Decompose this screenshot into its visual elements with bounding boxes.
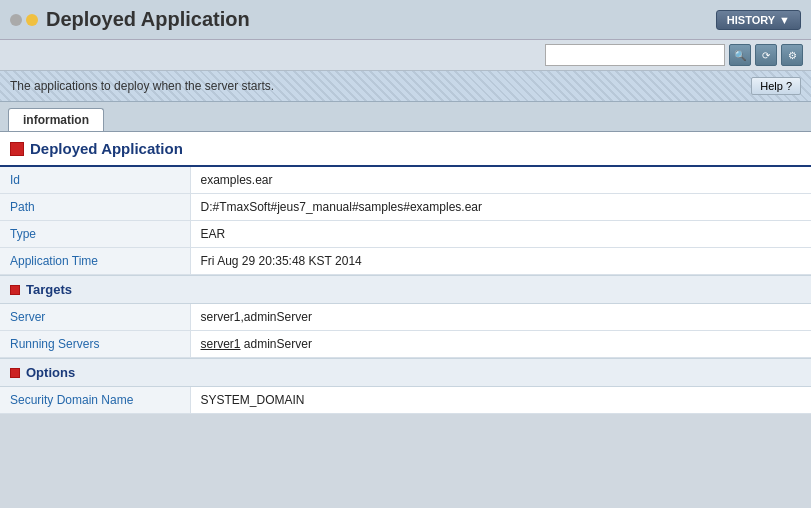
field-label-running-servers: Running Servers [0, 331, 190, 358]
field-value-server: server1,adminServer [190, 304, 811, 331]
field-value-security-domain: SYSTEM_DOMAIN [190, 387, 811, 414]
traffic-lights [10, 14, 38, 26]
refresh-button[interactable]: ⟳ [755, 44, 777, 66]
tl-yellow [26, 14, 38, 26]
help-button[interactable]: Help ? [751, 77, 801, 95]
field-value-path: D:#TmaxSoft#jeus7_manual#samples#example… [190, 194, 811, 221]
history-button[interactable]: HISTORY ▼ [716, 10, 801, 30]
options-table: Security Domain Name SYSTEM_DOMAIN [0, 387, 811, 414]
targets-icon [10, 285, 20, 295]
page-title: Deployed Application [46, 8, 250, 31]
toolbar: 🔍 ⟳ ⚙ [0, 40, 811, 71]
field-label-server: Server [0, 304, 190, 331]
table-row: Type EAR [0, 221, 811, 248]
server1-link[interactable]: server1 [201, 337, 241, 351]
field-label-id: Id [0, 167, 190, 194]
search-button[interactable]: 🔍 [729, 44, 751, 66]
tabs-bar: information [0, 102, 811, 132]
main-section-title: Deployed Application [30, 140, 183, 157]
chevron-down-icon: ▼ [779, 14, 790, 26]
field-label-path: Path [0, 194, 190, 221]
table-row: Security Domain Name SYSTEM_DOMAIN [0, 387, 811, 414]
field-value-running-servers: server1 adminServer [190, 331, 811, 358]
main-section-header: Deployed Application [0, 132, 811, 167]
table-row: Running Servers server1 adminServer [0, 331, 811, 358]
gear-icon: ⚙ [788, 50, 797, 61]
search-input[interactable] [545, 44, 725, 66]
field-value-id: examples.ear [190, 167, 811, 194]
targets-section-title: Targets [26, 282, 72, 297]
options-icon [10, 368, 20, 378]
field-label-app-time: Application Time [0, 248, 190, 275]
content-area: Deployed Application Id examples.ear Pat… [0, 132, 811, 414]
table-row: Application Time Fri Aug 29 20:35:48 KST… [0, 248, 811, 275]
field-value-type: EAR [190, 221, 811, 248]
field-label-type: Type [0, 221, 190, 248]
help-icon: ? [786, 80, 792, 92]
options-section-header: Options [0, 358, 811, 387]
settings-button[interactable]: ⚙ [781, 44, 803, 66]
main-fields-table: Id examples.ear Path D:#TmaxSoft#jeus7_m… [0, 167, 811, 275]
table-row: Path D:#TmaxSoft#jeus7_manual#samples#ex… [0, 194, 811, 221]
targets-table: Server server1,adminServer Running Serve… [0, 304, 811, 358]
info-bar: The applications to deploy when the serv… [0, 71, 811, 102]
table-row: Server server1,adminServer [0, 304, 811, 331]
refresh-icon: ⟳ [762, 50, 770, 61]
field-label-security-domain: Security Domain Name [0, 387, 190, 414]
targets-section-header: Targets [0, 275, 811, 304]
field-value-app-time: Fri Aug 29 20:35:48 KST 2014 [190, 248, 811, 275]
tl-gray [10, 14, 22, 26]
options-section-title: Options [26, 365, 75, 380]
section-icon [10, 142, 24, 156]
table-row: Id examples.ear [0, 167, 811, 194]
title-bar: Deployed Application HISTORY ▼ [0, 0, 811, 40]
info-message: The applications to deploy when the serv… [10, 79, 274, 93]
search-icon: 🔍 [734, 50, 746, 61]
tab-information[interactable]: information [8, 108, 104, 131]
